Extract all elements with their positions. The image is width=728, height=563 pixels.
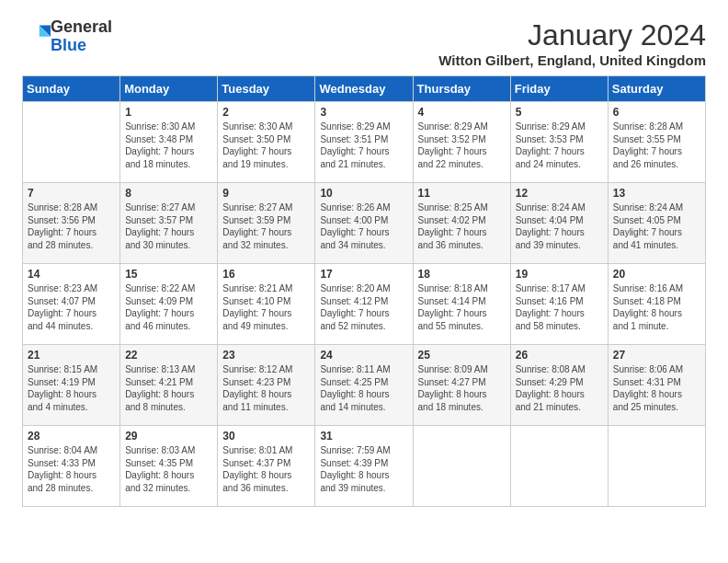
- day-header-friday: Friday: [510, 76, 608, 102]
- day-header-sunday: Sunday: [23, 76, 120, 102]
- calendar-cell: 31Sunrise: 7:59 AM Sunset: 4:39 PM Dayli…: [315, 426, 413, 507]
- calendar-cell: [510, 426, 608, 507]
- cell-info: Sunrise: 8:29 AM Sunset: 3:53 PM Dayligh…: [516, 121, 603, 170]
- cell-info: Sunrise: 8:21 AM Sunset: 4:10 PM Dayligh…: [222, 282, 310, 332]
- day-number: 22: [125, 349, 212, 362]
- calendar-cell: 7Sunrise: 8:28 AM Sunset: 3:56 PM Daylig…: [23, 183, 120, 264]
- cell-info: Sunrise: 8:29 AM Sunset: 3:52 PM Dayligh…: [418, 121, 506, 170]
- calendar-cell: 2Sunrise: 8:30 AM Sunset: 3:50 PM Daylig…: [218, 102, 315, 183]
- calendar-cell: 11Sunrise: 8:25 AM Sunset: 4:02 PM Dayli…: [413, 183, 510, 264]
- calendar-cell: 21Sunrise: 8:15 AM Sunset: 4:19 PM Dayli…: [23, 345, 120, 426]
- cell-info: Sunrise: 8:25 AM Sunset: 4:02 PM Dayligh…: [418, 201, 506, 251]
- day-number: 18: [418, 268, 506, 281]
- day-number: 31: [320, 430, 407, 442]
- day-number: 9: [222, 187, 310, 200]
- calendar-cell: [413, 426, 510, 507]
- day-number: 12: [516, 187, 603, 200]
- calendar-cell: 20Sunrise: 8:16 AM Sunset: 4:18 PM Dayli…: [608, 264, 705, 345]
- calendar-cell: 8Sunrise: 8:27 AM Sunset: 3:57 PM Daylig…: [120, 183, 218, 264]
- day-number: 23: [222, 349, 310, 362]
- day-number: 11: [418, 187, 506, 200]
- calendar-cell: 28Sunrise: 8:04 AM Sunset: 4:33 PM Dayli…: [23, 426, 120, 507]
- cell-info: Sunrise: 8:03 AM Sunset: 4:35 PM Dayligh…: [125, 444, 212, 494]
- calendar-cell: 12Sunrise: 8:24 AM Sunset: 4:04 PM Dayli…: [510, 183, 608, 264]
- calendar-cell: 5Sunrise: 8:29 AM Sunset: 3:53 PM Daylig…: [510, 102, 608, 183]
- cell-info: Sunrise: 8:18 AM Sunset: 4:14 PM Dayligh…: [418, 282, 506, 332]
- cell-info: Sunrise: 7:59 AM Sunset: 4:39 PM Dayligh…: [320, 444, 407, 494]
- cell-info: Sunrise: 8:30 AM Sunset: 3:48 PM Dayligh…: [125, 121, 212, 170]
- calendar-week-row: 28Sunrise: 8:04 AM Sunset: 4:33 PM Dayli…: [23, 426, 706, 507]
- day-number: 29: [125, 430, 212, 442]
- calendar-cell: 4Sunrise: 8:29 AM Sunset: 3:52 PM Daylig…: [413, 102, 510, 183]
- cell-info: Sunrise: 8:28 AM Sunset: 3:56 PM Dayligh…: [28, 201, 115, 251]
- cell-info: Sunrise: 8:29 AM Sunset: 3:51 PM Dayligh…: [320, 121, 407, 170]
- cell-info: Sunrise: 8:26 AM Sunset: 4:00 PM Dayligh…: [320, 201, 407, 251]
- cell-info: Sunrise: 8:24 AM Sunset: 4:04 PM Dayligh…: [516, 201, 603, 251]
- calendar-table: SundayMondayTuesdayWednesdayThursdayFrid…: [22, 75, 706, 507]
- month-title: January 2024: [438, 18, 706, 52]
- day-number: 27: [613, 349, 700, 362]
- calendar-cell: 19Sunrise: 8:17 AM Sunset: 4:16 PM Dayli…: [510, 264, 608, 345]
- cell-info: Sunrise: 8:15 AM Sunset: 4:19 PM Dayligh…: [28, 363, 115, 413]
- calendar-cell: 29Sunrise: 8:03 AM Sunset: 4:35 PM Dayli…: [120, 426, 218, 507]
- location-title: Witton Gilbert, England, United Kingdom: [438, 52, 706, 68]
- cell-info: Sunrise: 8:04 AM Sunset: 4:33 PM Dayligh…: [28, 444, 115, 494]
- logo-general-text: General: [51, 17, 112, 36]
- day-number: 21: [28, 349, 115, 362]
- cell-info: Sunrise: 8:23 AM Sunset: 4:07 PM Dayligh…: [28, 282, 115, 332]
- calendar-cell: 1Sunrise: 8:30 AM Sunset: 3:48 PM Daylig…: [120, 102, 218, 183]
- calendar-header-row: SundayMondayTuesdayWednesdayThursdayFrid…: [23, 76, 706, 102]
- calendar-cell: 13Sunrise: 8:24 AM Sunset: 4:05 PM Dayli…: [608, 183, 705, 264]
- calendar-cell: 17Sunrise: 8:20 AM Sunset: 4:12 PM Dayli…: [315, 264, 413, 345]
- day-number: 24: [320, 349, 407, 362]
- calendar-cell: 30Sunrise: 8:01 AM Sunset: 4:37 PM Dayli…: [218, 426, 315, 507]
- day-number: 3: [320, 106, 407, 119]
- cell-info: Sunrise: 8:01 AM Sunset: 4:37 PM Dayligh…: [222, 444, 310, 494]
- day-number: 8: [125, 187, 212, 200]
- calendar-week-row: 14Sunrise: 8:23 AM Sunset: 4:07 PM Dayli…: [23, 264, 706, 345]
- day-number: 7: [28, 187, 115, 200]
- day-number: 13: [613, 187, 700, 200]
- cell-info: Sunrise: 8:24 AM Sunset: 4:05 PM Dayligh…: [613, 201, 700, 251]
- calendar-cell: 25Sunrise: 8:09 AM Sunset: 4:27 PM Dayli…: [413, 345, 510, 426]
- cell-info: Sunrise: 8:22 AM Sunset: 4:09 PM Dayligh…: [125, 282, 212, 332]
- day-number: 26: [516, 349, 603, 362]
- day-number: 6: [613, 106, 700, 119]
- day-number: 10: [320, 187, 407, 200]
- page-header: General Blue January 2024 Witton Gilbert…: [22, 18, 706, 68]
- day-number: 20: [613, 268, 700, 281]
- day-number: 25: [418, 349, 506, 362]
- day-number: 5: [516, 106, 603, 119]
- logo-blue-text: Blue: [51, 36, 86, 54]
- day-number: 14: [28, 268, 115, 281]
- calendar-cell: 10Sunrise: 8:26 AM Sunset: 4:00 PM Dayli…: [315, 183, 413, 264]
- day-header-thursday: Thursday: [413, 76, 510, 102]
- logo-icon: [25, 22, 51, 48]
- cell-info: Sunrise: 8:30 AM Sunset: 3:50 PM Dayligh…: [222, 121, 310, 170]
- calendar-cell: 9Sunrise: 8:27 AM Sunset: 3:59 PM Daylig…: [218, 183, 315, 264]
- calendar-cell: 6Sunrise: 8:28 AM Sunset: 3:55 PM Daylig…: [608, 102, 705, 183]
- title-block: January 2024 Witton Gilbert, England, Un…: [438, 18, 706, 68]
- cell-info: Sunrise: 8:06 AM Sunset: 4:31 PM Dayligh…: [613, 363, 700, 413]
- calendar-cell: 26Sunrise: 8:08 AM Sunset: 4:29 PM Dayli…: [510, 345, 608, 426]
- calendar-cell: 22Sunrise: 8:13 AM Sunset: 4:21 PM Dayli…: [120, 345, 218, 426]
- day-number: 19: [516, 268, 603, 281]
- calendar-cell: 15Sunrise: 8:22 AM Sunset: 4:09 PM Dayli…: [120, 264, 218, 345]
- calendar-cell: 16Sunrise: 8:21 AM Sunset: 4:10 PM Dayli…: [218, 264, 315, 345]
- cell-info: Sunrise: 8:09 AM Sunset: 4:27 PM Dayligh…: [418, 363, 506, 413]
- cell-info: Sunrise: 8:20 AM Sunset: 4:12 PM Dayligh…: [320, 282, 407, 332]
- cell-info: Sunrise: 8:12 AM Sunset: 4:23 PM Dayligh…: [222, 363, 310, 413]
- day-number: 1: [125, 106, 212, 119]
- calendar-cell: 14Sunrise: 8:23 AM Sunset: 4:07 PM Dayli…: [23, 264, 120, 345]
- cell-info: Sunrise: 8:17 AM Sunset: 4:16 PM Dayligh…: [516, 282, 603, 332]
- day-number: 28: [28, 430, 115, 442]
- day-number: 17: [320, 268, 407, 281]
- day-header-monday: Monday: [120, 76, 218, 102]
- calendar-cell: [608, 426, 705, 507]
- day-number: 30: [222, 430, 310, 442]
- cell-info: Sunrise: 8:16 AM Sunset: 4:18 PM Dayligh…: [613, 282, 700, 332]
- day-header-wednesday: Wednesday: [315, 76, 413, 102]
- calendar-cell: 23Sunrise: 8:12 AM Sunset: 4:23 PM Dayli…: [218, 345, 315, 426]
- calendar-week-row: 1Sunrise: 8:30 AM Sunset: 3:48 PM Daylig…: [23, 102, 706, 183]
- cell-info: Sunrise: 8:08 AM Sunset: 4:29 PM Dayligh…: [516, 363, 603, 413]
